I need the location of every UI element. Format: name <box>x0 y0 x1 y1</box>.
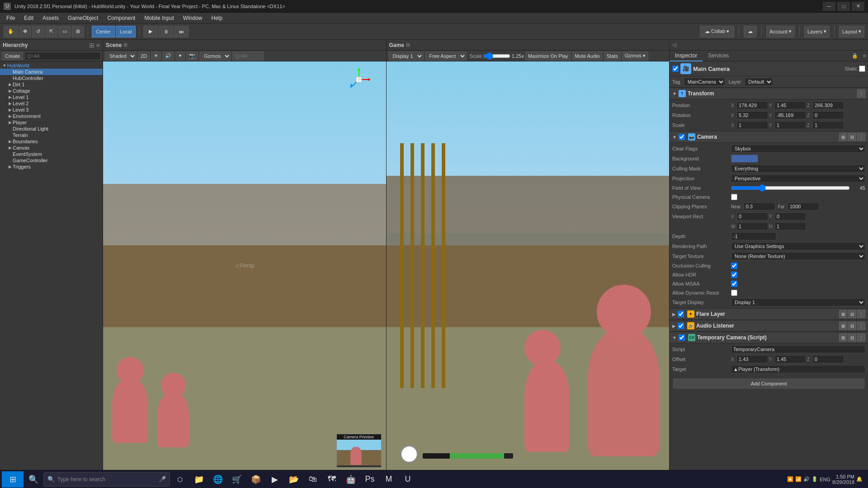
tree-item-level1[interactable]: ▶ Level 1 <box>0 94 103 100</box>
offset-y-input[interactable] <box>774 355 806 363</box>
tree-item-triggers[interactable]: ▶ Triggers <box>0 164 103 170</box>
viewport-w[interactable] <box>736 222 768 230</box>
fov-slider[interactable] <box>731 185 850 191</box>
menu-help[interactable]: Help <box>207 14 227 22</box>
inspector-back-icon[interactable]: ◁ <box>672 42 676 48</box>
clipping-far-input[interactable] <box>788 202 819 211</box>
cullingmask-select[interactable]: Everything <box>731 164 865 173</box>
taskbar-dropbox-icon[interactable]: 📦 <box>247 471 265 488</box>
tray-network-icon[interactable]: 📶 <box>795 476 802 482</box>
offset-z-input[interactable] <box>812 355 844 363</box>
scene-camera-button[interactable]: 📷 <box>186 52 198 61</box>
gizmos-dropdown[interactable]: Gizmos <box>199 52 231 61</box>
local-button[interactable]: Local <box>116 26 136 38</box>
viewport-x[interactable] <box>736 212 768 221</box>
play-button[interactable]: ▶ <box>143 26 158 38</box>
pause-button[interactable]: ⏸ <box>159 26 173 38</box>
menu-file[interactable]: File <box>2 14 19 22</box>
move-tool-button[interactable]: ✥ <box>19 26 31 38</box>
rotate-tool-button[interactable]: ↺ <box>32 26 44 38</box>
hand-tool-button[interactable]: ✋ <box>4 26 18 38</box>
tag-dropdown[interactable]: MainCamera <box>684 78 725 86</box>
taskbar-time[interactable]: 1:50 PM 8/29/2018 <box>832 474 854 485</box>
taskbar-folder-icon[interactable]: 📂 <box>285 471 303 488</box>
account-button[interactable]: Account ▾ <box>766 26 795 38</box>
camera-header[interactable]: ▼ 📷 Camera ⊞ ⊟ ⋮ <box>670 131 868 143</box>
tree-item-cottage[interactable]: ▶ Cottage <box>0 88 103 94</box>
camera-btn-2[interactable]: ⊟ <box>848 133 856 141</box>
taskbar-search-box[interactable]: 🔍 Type here to search 🎤 <box>43 472 170 487</box>
tray-battery-icon[interactable]: 🔋 <box>811 476 818 482</box>
depth-input[interactable] <box>731 232 776 240</box>
menu-edit[interactable]: Edit <box>19 14 38 22</box>
layer-dropdown[interactable]: Default <box>745 78 773 86</box>
menu-gameobject[interactable]: GameObject <box>63 14 103 22</box>
scene-lights-button[interactable]: ☀ <box>151 52 161 61</box>
taskbar-photoshop-icon[interactable]: Ps <box>361 471 379 488</box>
menu-window[interactable]: Window <box>179 14 207 22</box>
taskbar-search-icon[interactable]: 🔍 <box>24 471 42 488</box>
target-input[interactable] <box>731 365 865 373</box>
taskbar-cortana-icon[interactable]: ⬡ <box>171 471 189 488</box>
tree-item-player[interactable]: ▶ Player <box>0 119 103 126</box>
transform-settings-button[interactable]: ⋮ <box>857 89 865 98</box>
audio-settings-button[interactable]: ⋮ <box>857 322 865 330</box>
taskbar-edge-icon[interactable]: 🌐 <box>209 471 227 488</box>
taskbar-unity-icon[interactable]: U <box>399 471 417 488</box>
scale-z-input[interactable] <box>812 121 844 129</box>
inspector-lock-icon[interactable]: 🔒 <box>849 53 861 59</box>
position-x-input[interactable] <box>736 101 768 109</box>
menu-assets[interactable]: Assets <box>38 14 63 22</box>
maximize-button[interactable]: □ <box>837 2 850 11</box>
maximize-on-play-button[interactable]: Maximize On Play <box>525 52 571 61</box>
scale-x-input[interactable] <box>736 121 768 129</box>
transform-header[interactable]: ▼ T Transform ⋮ <box>670 88 868 99</box>
clearflags-select[interactable]: Skybox <box>731 145 865 153</box>
temp-settings-button[interactable]: ⋮ <box>857 333 865 342</box>
taskbar-maps-icon[interactable]: 🗺 <box>323 471 341 488</box>
rect-tool-button[interactable]: ▭ <box>58 26 71 38</box>
rotation-y-input[interactable] <box>774 111 806 119</box>
tray-icon-1[interactable]: 🔼 <box>787 476 793 482</box>
aspect-dropdown[interactable]: Free Aspect <box>425 52 467 61</box>
stats-button[interactable]: Stats <box>604 52 621 61</box>
projection-select[interactable]: Perspective <box>731 174 865 183</box>
allow-hdr-checkbox[interactable] <box>731 272 737 278</box>
offset-x-input[interactable] <box>736 355 768 363</box>
transform-tool-button[interactable]: ⊞ <box>72 26 84 38</box>
rotation-x-input[interactable] <box>736 111 768 119</box>
inspector-tab[interactable]: Inspector <box>670 51 703 61</box>
game-lock-icon[interactable]: ⊞ <box>406 42 410 48</box>
hierarchy-search-input[interactable] <box>25 52 101 60</box>
taskbar-store-icon[interactable]: 🛍 <box>304 471 322 488</box>
flare-settings-button[interactable]: ⋮ <box>857 310 865 318</box>
notification-icon[interactable]: 🔔 <box>856 476 863 482</box>
gizmos-game-button[interactable]: Gizmos ▾ <box>622 52 648 61</box>
cloud-button[interactable]: ☁ <box>744 26 757 38</box>
audio-btn-2[interactable]: ⊟ <box>848 322 856 330</box>
target-texture-select[interactable]: None (Render Texture) <box>731 252 865 260</box>
tree-item-environment[interactable]: ▶ Environment <box>0 113 103 119</box>
viewport-h[interactable] <box>774 222 806 230</box>
2d-button[interactable]: 2D <box>138 52 150 61</box>
flare-layer-header[interactable]: ▶ ✦ Flare Layer ⊞ ⊟ ⋮ <box>670 308 868 320</box>
scene-lock-icon[interactable]: ⊞ <box>123 42 127 48</box>
scene-search-input[interactable] <box>232 52 264 61</box>
start-button[interactable]: ⊞ <box>2 471 24 488</box>
audio-listener-header[interactable]: ▶ 🔊 Audio Listener ⊞ ⊟ ⋮ <box>670 320 868 332</box>
viewport-y[interactable] <box>774 212 806 221</box>
allow-dynamic-checkbox[interactable] <box>731 290 737 296</box>
audio-active-checkbox[interactable] <box>678 323 684 329</box>
audio-btn-1[interactable]: ⊞ <box>839 322 847 330</box>
taskbar-ai-icon[interactable]: 🤖 <box>342 471 360 488</box>
taskbar-amazon-icon[interactable]: 🛒 <box>228 471 246 488</box>
taskbar-unknown-icon[interactable]: M <box>380 471 398 488</box>
tree-item-level3[interactable]: ▶ Level 3 <box>0 107 103 113</box>
center-button[interactable]: Center <box>92 26 115 38</box>
target-display-select[interactable]: Display 1 <box>731 298 865 306</box>
tree-item-eventsystem[interactable]: EventSystem <box>0 151 103 157</box>
tree-item-dirt1[interactable]: ▶ Dirt 1 <box>0 81 103 88</box>
position-y-input[interactable] <box>774 101 806 109</box>
scale-y-input[interactable] <box>774 121 806 129</box>
collab-button[interactable]: ☁ Collab ▾ <box>700 26 734 38</box>
